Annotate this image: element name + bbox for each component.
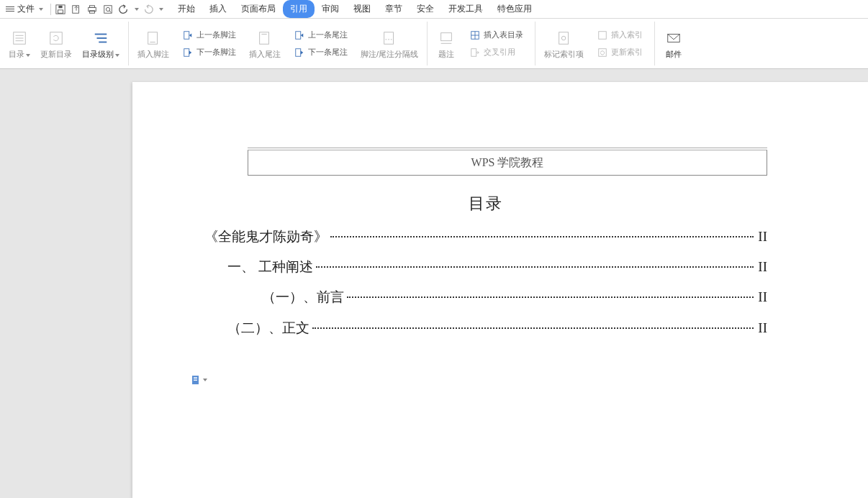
svg-rect-40	[194, 377, 197, 378]
svg-rect-33	[471, 48, 476, 56]
insert-index-label: 插入索引	[611, 30, 643, 40]
mail-label: 邮件	[666, 50, 682, 59]
svg-rect-37	[599, 48, 607, 56]
directory-label: 目录	[9, 50, 24, 58]
svg-rect-1	[58, 9, 63, 12]
cross-ref-button[interactable]: 交叉引用	[466, 45, 526, 60]
toc-leader	[312, 327, 754, 329]
redo-button[interactable]	[140, 1, 156, 17]
update-directory-button[interactable]: 更新目录	[36, 27, 76, 60]
svg-rect-42	[194, 380, 197, 381]
document-arrow-icon	[71, 4, 81, 14]
insert-fig-table-label: 插入表目录	[484, 30, 523, 40]
layout-options-handle[interactable]	[190, 374, 207, 386]
tab-1[interactable]: 插入	[202, 0, 234, 18]
insert-endnote-label: 插入尾注	[249, 50, 281, 59]
svg-rect-5	[90, 5, 95, 7]
next-footnote-button[interactable]: 下一条脚注	[179, 45, 239, 60]
prev-footnote-button[interactable]: 上一条脚注	[179, 28, 239, 42]
header-text: WPS 学院教程	[471, 155, 544, 171]
save-as-button[interactable]	[68, 1, 84, 17]
separator-button[interactable]: 脚注/尾注分隔线	[356, 27, 422, 60]
next-endnote-button[interactable]: 下一条尾注	[291, 45, 351, 60]
document-icon	[190, 374, 202, 386]
table-insert-icon	[469, 30, 481, 41]
caption-button[interactable]: 题注	[432, 27, 461, 60]
prev-footnote-label: 上一条脚注	[196, 30, 236, 40]
endnote-icon	[255, 28, 275, 48]
toc-entry-page: II	[756, 255, 767, 279]
floppy-disk-icon	[55, 4, 65, 14]
page-header[interactable]: WPS 学院教程	[248, 150, 767, 176]
tab-2[interactable]: 页面布局	[234, 0, 283, 18]
directory-level-button[interactable]: 目录级别	[78, 27, 124, 60]
tab-3[interactable]: 引用	[283, 0, 315, 18]
undo-dropdown[interactable]	[132, 1, 140, 17]
mark-entry-button[interactable]: 标记索引项	[540, 27, 588, 60]
next-endnote-label: 下一条尾注	[308, 47, 348, 58]
redo-dropdown[interactable]	[156, 1, 165, 17]
tab-6[interactable]: 章节	[378, 0, 410, 18]
insert-index-button[interactable]: 插入索引	[594, 28, 646, 42]
tab-4[interactable]: 审阅	[315, 0, 346, 18]
prev-endnote-button[interactable]: 上一条尾注	[291, 28, 351, 42]
redo-icon	[143, 4, 153, 14]
tab-9[interactable]: 特色应用	[490, 0, 539, 18]
insert-endnote-button[interactable]: 插入尾注	[245, 27, 285, 60]
separator-label: 脚注/尾注分隔线	[361, 50, 418, 59]
cross-ref-icon	[469, 47, 481, 58]
insert-index-icon	[597, 30, 608, 41]
toc-entry[interactable]: 《全能鬼才陈勋奇》II	[204, 225, 767, 249]
save-button[interactable]	[53, 1, 68, 17]
tab-0[interactable]: 开始	[171, 0, 202, 18]
toc-entry-text: （一）、前言	[262, 285, 344, 309]
insert-footnote-button[interactable]: 插入脚注	[133, 27, 173, 60]
insert-fig-table-button[interactable]: 插入表目录	[466, 28, 526, 42]
svg-rect-24	[296, 31, 301, 39]
insert-footnote-label: 插入脚注	[137, 50, 169, 59]
mail-button[interactable]: 邮件	[659, 27, 688, 60]
tab-8[interactable]: 开发工具	[441, 0, 490, 18]
mark-entry-icon	[554, 28, 574, 48]
directory-level-label: 目录级别	[82, 50, 114, 58]
toc-title: 目录	[204, 193, 767, 214]
chevron-down-icon	[39, 8, 43, 11]
toc-entry[interactable]: （二）、正文II	[204, 316, 767, 340]
svg-rect-25	[296, 48, 301, 56]
file-label: 文件	[17, 3, 35, 15]
directory-button[interactable]: 目录	[4, 27, 35, 60]
divider	[50, 4, 51, 15]
toc-entry[interactable]: 一、 工种阐述II	[204, 255, 767, 279]
mark-entry-label: 标记索引项	[544, 50, 584, 59]
document-page[interactable]: WPS 学院教程 目录 《全能鬼才陈勋奇》II一、 工种阐述II（一）、前言II…	[132, 82, 868, 498]
prev-footnote-icon	[182, 30, 194, 41]
mail-icon	[664, 28, 684, 48]
svg-point-35	[561, 36, 566, 40]
toc-entry[interactable]: （一）、前言II	[204, 285, 767, 309]
update-index-button[interactable]: 更新索引	[594, 45, 646, 60]
separator-icon	[379, 28, 399, 48]
toc-entry-page: II	[756, 316, 767, 340]
print-icon	[87, 4, 97, 14]
chevron-down-icon	[135, 8, 139, 11]
toc-entry-page: II	[756, 285, 767, 309]
svg-line-9	[109, 10, 112, 12]
svg-rect-21	[184, 48, 189, 56]
svg-rect-26	[384, 32, 394, 45]
update-directory-label: 更新目录	[40, 50, 72, 59]
directory-icon	[9, 28, 30, 48]
undo-button[interactable]	[116, 1, 132, 17]
file-menu[interactable]: 文件	[3, 1, 49, 17]
tab-5[interactable]: 视图	[346, 0, 378, 18]
chevron-down-icon	[115, 54, 119, 57]
print-button[interactable]	[84, 1, 100, 17]
undo-icon	[119, 4, 129, 14]
prev-endnote-icon	[294, 30, 305, 41]
chevron-down-icon	[203, 379, 207, 381]
toc-entry-text: 《全能鬼才陈勋奇》	[204, 225, 327, 249]
tab-7[interactable]: 安全	[410, 0, 441, 18]
svg-rect-34	[559, 32, 568, 45]
caption-icon	[436, 28, 456, 48]
next-footnote-icon	[182, 47, 194, 58]
print-preview-button[interactable]	[100, 1, 116, 17]
